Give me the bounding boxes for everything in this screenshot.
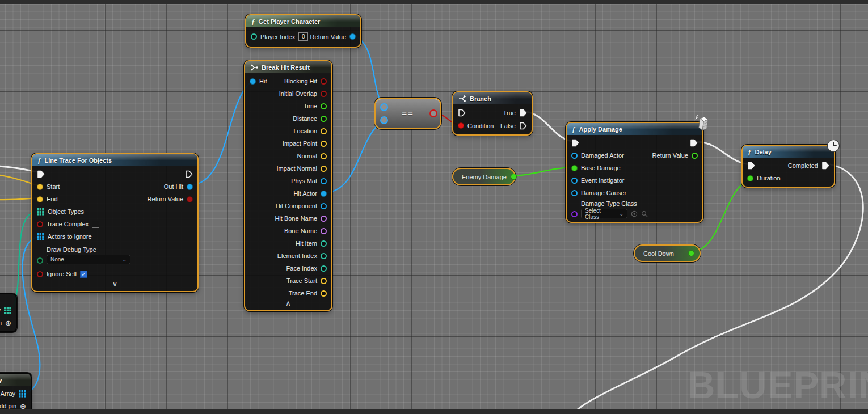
red-pin[interactable] [458, 122, 464, 129]
node-get-player-character[interactable]: ƒ Get Player Character Player Index0Retu… [245, 14, 361, 48]
yellow-pin[interactable] [321, 141, 327, 147]
violet-pin[interactable] [571, 211, 578, 217]
node-title: Break Hit Result [262, 64, 310, 71]
pin-label: Element Index [277, 252, 317, 259]
green-pin[interactable] [511, 174, 517, 180]
node-header[interactable]: ƒ Get Player Character [246, 15, 360, 27]
blue-pin[interactable] [250, 78, 256, 85]
int-array-pin[interactable] [4, 307, 11, 314]
yellow-pin[interactable] [321, 166, 327, 172]
purple-pin[interactable] [321, 228, 327, 234]
pin-label: Trace Complex [47, 221, 89, 227]
yellow-pin[interactable] [321, 128, 327, 134]
pin-row: Base Damage [567, 162, 702, 174]
int-pin[interactable] [321, 265, 327, 272]
maroon-pin[interactable] [187, 196, 193, 202]
browse-asset-icon[interactable] [631, 210, 638, 217]
node-header[interactable]: Break Hit Result [245, 61, 331, 73]
node-break-hit-result[interactable]: Break Hit Result HitBlocking HitInitial … [244, 60, 332, 311]
green-pin[interactable] [321, 103, 327, 109]
pin-label: Impact Normal [276, 165, 317, 172]
int-pin[interactable] [321, 240, 327, 247]
node-branch[interactable]: Branch TrueConditionFalse [452, 91, 533, 136]
node-variable-enemy-damage[interactable]: Enemy Damage [452, 168, 516, 185]
blue-pin[interactable] [571, 178, 578, 184]
blue-pin[interactable] [187, 184, 193, 190]
exec-pin[interactable] [519, 109, 527, 117]
maroon-pin[interactable] [37, 271, 43, 277]
pin-label: Bone Name [284, 227, 317, 234]
blue-pin[interactable] [321, 191, 327, 197]
green-pin[interactable] [688, 250, 694, 256]
blue-pin[interactable] [321, 203, 327, 209]
exec-pin[interactable] [690, 139, 698, 147]
blueprint-graph-canvas[interactable]: BLUEPRINT ƒ Get Player Character Player … [0, 0, 868, 414]
yellow-pin[interactable] [321, 153, 327, 159]
exec-pin[interactable] [571, 139, 579, 147]
default-value-input[interactable]: 0 [298, 32, 308, 41]
yellow-pin[interactable] [321, 278, 327, 284]
purple-pin[interactable] [321, 216, 327, 222]
node-make-array-actors-partial[interactable]: Make Array ArrayAdd pin⊕ [0, 373, 32, 414]
yellow-pin[interactable] [37, 196, 43, 202]
exec-pin[interactable] [37, 170, 45, 178]
node-variable-cool-down[interactable]: Cool Down [634, 244, 701, 262]
pin-row: StartOut Hit [32, 180, 197, 193]
yellow-pin[interactable] [37, 184, 43, 190]
exec-pin[interactable] [747, 162, 755, 170]
blue-array-pin[interactable] [19, 390, 26, 398]
checkbox[interactable] [92, 221, 99, 228]
node-line-trace-for-objects[interactable]: ƒ Line Trace For Objects StartOut HitEnd… [31, 153, 199, 292]
node-header[interactable]: Branch [453, 92, 532, 104]
yellow-pin[interactable] [321, 290, 327, 297]
function-icon: ƒ [37, 156, 41, 165]
pin-label: Damaged Actor [581, 152, 624, 159]
green-pin[interactable] [571, 165, 578, 171]
node-header[interactable]: ƒ Apply Damage [567, 123, 702, 135]
expand-pins-chevron[interactable]: ∨ [32, 280, 197, 289]
int-array-pin[interactable] [37, 208, 44, 216]
blue-array-pin[interactable] [37, 233, 44, 240]
green-pin[interactable] [321, 116, 327, 122]
enum-pin[interactable] [37, 257, 43, 264]
node-header[interactable]: Make Array [0, 374, 31, 386]
int-pin[interactable] [251, 33, 257, 40]
function-icon: ƒ [572, 125, 576, 134]
node-title: Line Trace For Objects [45, 157, 112, 164]
maroon-pin[interactable] [321, 78, 327, 85]
exec-pin[interactable] [821, 162, 829, 170]
wire-hitactor-to-equal [325, 120, 384, 193]
blue-pin[interactable] [349, 33, 356, 40]
collapse-pins-chevron[interactable]: ∧ [245, 299, 331, 308]
node-apply-damage[interactable]: ƒ Apply Damage Damaged ActorReturn Value… [566, 122, 703, 223]
dropdown[interactable]: None⌄ [47, 255, 130, 264]
node-header[interactable]: ƒ Line Trace For Objects [32, 154, 197, 166]
node-equal[interactable]: == [374, 98, 441, 129]
green-pin[interactable] [692, 153, 698, 159]
node-make-array-objecttypes-partial[interactable]: ArrayAdd pin⊕ [0, 293, 17, 332]
pin-label: Face Index [286, 265, 317, 272]
checkbox[interactable]: ✓ [80, 271, 87, 278]
exec-pin[interactable] [185, 170, 193, 178]
blue-pin[interactable] [571, 153, 578, 159]
blue-pin[interactable] [571, 190, 578, 196]
search-icon[interactable] [641, 210, 648, 217]
node-title: Make Array [0, 377, 2, 383]
bottom-dark-bar [0, 409, 868, 414]
class-picker-dropdown[interactable]: Select Class⌄ [581, 209, 627, 218]
add-pin-button[interactable]: ⊕ [20, 403, 26, 410]
green-pin[interactable] [747, 175, 753, 181]
pin-row: Completed [743, 159, 834, 172]
add-pin-button[interactable]: ⊕ [5, 319, 11, 327]
blue-pin[interactable] [321, 178, 327, 184]
pin-row: Object Types [32, 205, 197, 218]
maroon-pin[interactable] [321, 91, 327, 97]
node-delay[interactable]: ƒ Delay CompletedDuration [741, 145, 835, 188]
pin-row: EndReturn Value [32, 193, 197, 205]
node-header[interactable]: ƒ Delay [743, 146, 834, 158]
exec-pin[interactable] [458, 109, 466, 117]
exec-pin[interactable] [519, 122, 527, 130]
maroon-pin[interactable] [37, 221, 43, 227]
pin-label: Draw Debug Type [47, 246, 130, 253]
int-pin[interactable] [321, 253, 327, 259]
